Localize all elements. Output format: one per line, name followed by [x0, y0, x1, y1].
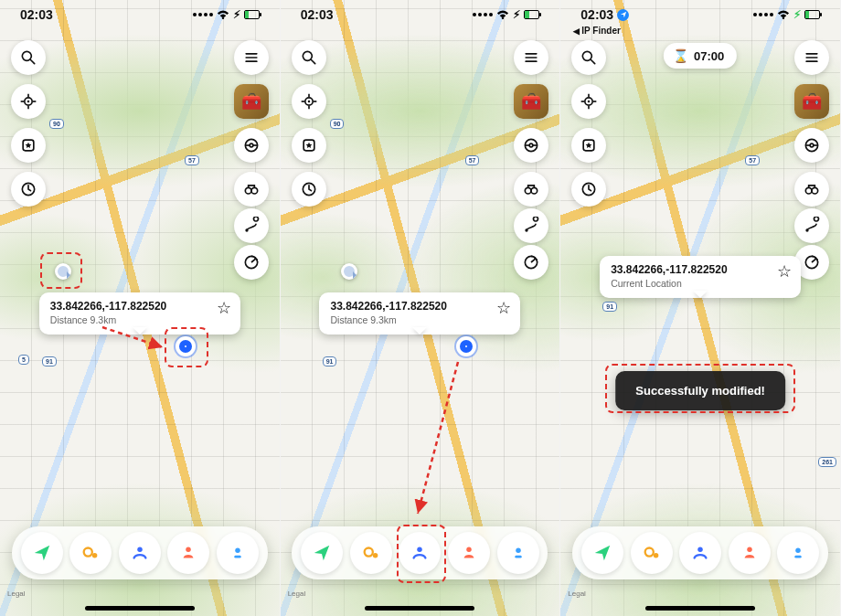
svg-point-51: [466, 547, 472, 553]
treasure-icon: 🧰: [521, 91, 541, 112]
teleport-button[interactable]: [301, 532, 343, 574]
svg-point-72: [805, 228, 808, 231]
walk-button[interactable]: [631, 532, 673, 574]
search-button[interactable]: [11, 40, 46, 75]
charging-icon: ⚡︎: [793, 8, 801, 21]
svg-point-54: [583, 51, 592, 60]
svg-point-44: [531, 187, 538, 194]
charging-icon: ⚡︎: [233, 8, 240, 21]
treasure-icon: 🧰: [802, 91, 822, 112]
coordinates-text: 33.842266,-117.822520: [611, 263, 727, 276]
route-button[interactable]: [794, 208, 829, 243]
wifi-icon: [496, 10, 509, 19]
cell-signal-icon: [753, 13, 773, 16]
battery-icon: [804, 10, 820, 19]
treasure-button[interactable]: 🧰: [234, 84, 269, 119]
radar-button[interactable]: [234, 245, 269, 280]
svg-line-55: [591, 60, 595, 64]
previous-location-pin: [55, 263, 71, 280]
toast-message: Successfully modified!: [635, 384, 765, 398]
jump-button[interactable]: [777, 532, 819, 574]
highway-shield: 91: [323, 356, 337, 366]
ios-home-indicator: [85, 606, 195, 611]
history-button[interactable]: [292, 172, 326, 207]
coordinate-tooltip[interactable]: 33.842266,-117.822520 Distance 9.3km ☆: [319, 292, 520, 335]
menu-button[interactable]: [794, 40, 829, 75]
multi-stop-button[interactable]: [679, 532, 721, 574]
svg-point-75: [653, 553, 658, 558]
jump-button[interactable]: [217, 532, 259, 574]
favorite-star-icon[interactable]: ☆: [777, 263, 792, 280]
map-attribution: Legal: [288, 589, 306, 598]
battery-icon: [244, 10, 260, 19]
svg-point-77: [747, 547, 752, 553]
person-pin-button[interactable]: [167, 532, 209, 574]
svg-point-71: [812, 187, 818, 194]
ios-home-indicator: [365, 606, 474, 611]
battery-icon: [524, 10, 539, 19]
selected-location-pin[interactable]: [456, 336, 476, 356]
clock-time: 02:03: [20, 7, 53, 22]
ios-status-bar: 02:03 ⚡︎: [281, 5, 560, 24]
location-sub-text: Current Location: [611, 278, 727, 289]
history-button[interactable]: [11, 172, 46, 207]
svg-point-42: [529, 143, 533, 147]
teleport-button[interactable]: [581, 532, 623, 574]
binoculars-button[interactable]: [794, 172, 829, 207]
favorite-star-icon[interactable]: ☆: [496, 300, 511, 316]
multi-stop-button[interactable]: [119, 532, 161, 574]
favorites-button[interactable]: [292, 128, 326, 163]
svg-point-15: [250, 143, 253, 147]
jump-button[interactable]: [497, 532, 539, 574]
search-button[interactable]: [292, 40, 326, 75]
walk-button[interactable]: [350, 532, 392, 574]
cell-signal-icon: [473, 13, 493, 16]
bottom-action-bar: [292, 526, 548, 579]
treasure-button[interactable]: 🧰: [794, 84, 829, 119]
svg-point-45: [526, 228, 528, 231]
cooldown-chip[interactable]: ⌛ 07:00: [664, 43, 737, 69]
locate-me-button[interactable]: [11, 84, 46, 119]
map-attribution: Legal: [7, 589, 26, 598]
back-to-app-breadcrumb[interactable]: ◀ IP Finder: [573, 26, 621, 36]
svg-point-52: [516, 548, 521, 554]
svg-point-27: [303, 51, 312, 60]
screenshot-step-1: 02:03 ⚡︎ 🧰 33.: [0, 0, 281, 616]
screenshot-step-3: 02:03 ⚡︎ ◀ IP Finder 🧰 ⌛ 07:00 33.842266…: [560, 0, 841, 616]
menu-button[interactable]: [234, 40, 269, 75]
svg-line-28: [311, 60, 314, 64]
bottom-action-bar: [12, 526, 268, 579]
svg-point-43: [526, 187, 532, 194]
favorite-star-icon[interactable]: ☆: [217, 300, 231, 316]
coordinate-tooltip[interactable]: 33.842266,-117.822520 Current Location ☆: [600, 256, 801, 298]
highway-shield: 57: [465, 155, 480, 165]
highway-shield: 91: [602, 302, 617, 312]
coordinates-text: 33.842266,-117.822520: [330, 300, 446, 313]
map-attribution: Legal: [568, 589, 586, 598]
pokeball-button[interactable]: [794, 128, 829, 163]
person-pin-button[interactable]: [729, 532, 771, 574]
svg-point-74: [644, 548, 653, 557]
coordinate-tooltip[interactable]: 33.842266,-117.822520 Distance 9.3km ☆: [39, 292, 240, 335]
person-pin-button[interactable]: [448, 532, 490, 574]
svg-point-21: [84, 548, 92, 557]
svg-point-57: [588, 101, 591, 103]
binoculars-button[interactable]: [234, 172, 269, 207]
treasure-button[interactable]: 🧰: [514, 84, 548, 119]
bottom-action-bar: [572, 526, 828, 579]
svg-point-30: [307, 101, 310, 103]
route-button[interactable]: [234, 208, 269, 243]
walk-button[interactable]: [69, 532, 112, 574]
wifi-icon: [777, 10, 790, 19]
teleport-button[interactable]: [21, 532, 63, 574]
pokeball-button[interactable]: [234, 128, 269, 163]
clock-time: 02:03: [580, 7, 613, 22]
favorites-button[interactable]: [11, 128, 46, 163]
multi-stop-button[interactable]: [399, 532, 441, 574]
svg-point-76: [697, 547, 703, 553]
svg-point-49: [373, 553, 378, 558]
locate-me-button[interactable]: [292, 84, 326, 119]
selected-location-pin[interactable]: [176, 336, 196, 356]
highway-shield: 57: [185, 155, 199, 165]
charging-icon: ⚡︎: [513, 8, 520, 21]
